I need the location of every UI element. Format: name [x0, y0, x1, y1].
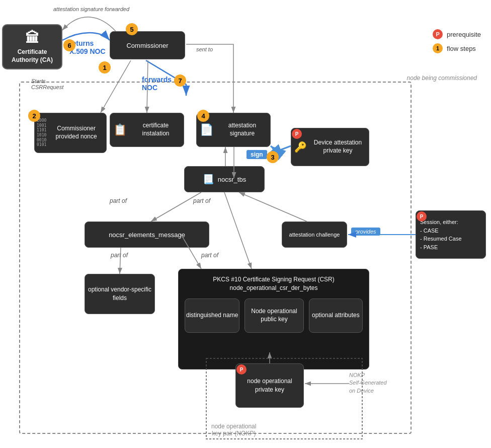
badge-1: 1	[99, 61, 111, 73]
key-icon: 🔑	[294, 141, 307, 153]
badge-3: 3	[267, 151, 279, 163]
pkcs10-inner-row: distinguished name Node operational publ…	[185, 298, 363, 333]
cert-install-box: 📋 certificate instalation	[110, 113, 184, 147]
nonce-label: Commissioner provided nonce	[48, 125, 104, 140]
badge-2: 2	[28, 110, 40, 122]
node-op-pubkey-box: Node operational public key	[244, 298, 303, 333]
ca-icon: 🏛	[25, 30, 39, 46]
badge-5: 5	[126, 23, 138, 35]
distinguished-name-box: distinguished name	[185, 298, 239, 333]
doc-icon: 📃	[203, 174, 214, 185]
cert-icon: 📋	[113, 123, 127, 136]
sent-to-label: sent to	[196, 46, 213, 52]
vendor-fields-box: optional vendor-specific fields	[85, 274, 155, 314]
region-label: node being commissioned	[407, 74, 477, 82]
part-of-3: part of	[111, 252, 128, 259]
optional-attrs-label: optional attributes	[312, 312, 360, 320]
node-op-pubkey-label: Node operational public key	[245, 308, 303, 323]
nocsr-tbs-box: 📃 nocsr_tbs	[184, 166, 265, 192]
legend-prerequisite: P prerequisite	[433, 29, 481, 39]
cert-install-label: certificate instalation	[131, 122, 181, 137]
nocsr-elements-label: nocsr_elements_message	[109, 231, 185, 239]
optional-attrs-box: optional attributes	[309, 298, 363, 333]
legend-flow-steps: 1 flow steps	[433, 43, 481, 53]
distinguished-name-label: distinguished name	[186, 312, 238, 320]
pkcs10-box: PKCS #10 Certificate Signing Request (CS…	[178, 269, 369, 369]
prereq-badge-3: P	[236, 364, 247, 375]
legend-flow-badge: 1	[433, 43, 443, 53]
session-label: Session, either:- CASE- Resumed Case- PA…	[420, 218, 462, 251]
ca-label: CertificateAuthority (CA)	[12, 48, 53, 64]
ca-box: 🏛 CertificateAuthority (CA)	[2, 24, 62, 69]
nonce-box: 100010011101101000100101 Commissioner pr…	[34, 113, 107, 153]
attestation-sig-label: attestation signature	[217, 122, 267, 137]
legend-flow-label: flow steps	[447, 45, 476, 52]
attest-challenge-label: attestation challenge	[289, 231, 340, 238]
prereq-badge-1: P	[292, 129, 302, 139]
pkcs10-label: PKCS #10 Certificate Signing Request (CS…	[185, 275, 363, 292]
node-op-privkey-label: node operational private key	[240, 377, 299, 394]
badge-6: 6	[63, 39, 75, 51]
legend-prerequisite-label: prerequisite	[447, 31, 481, 38]
part-of-2: part of	[193, 197, 210, 204]
forwards-label: forwardsNOC	[142, 76, 172, 92]
attestation-forwarded-label: attestation signature forwarded	[53, 6, 129, 12]
nokp-self-generated-label: NOKPSelf-Generatedon Device	[349, 371, 387, 395]
device-attest-label: Device attestation private key	[310, 139, 366, 155]
part-of-1: part of	[110, 197, 127, 204]
binary-data: 100010011101101000100101	[37, 118, 46, 147]
nocsr-elements-box: nocsr_elements_message	[85, 221, 209, 248]
commissioner-label: Commissioner	[126, 42, 168, 49]
forwards-noc-label: forwardsNOC	[142, 76, 172, 92]
legend: P prerequisite 1 flow steps	[433, 29, 481, 53]
vendor-fields-label: optional vendor-specific fields	[85, 285, 154, 303]
nokp-label: node operationalkey pair (NOKP)	[211, 423, 256, 437]
attest-sig-icon: 📄	[200, 123, 213, 136]
provides-label: provides	[351, 228, 380, 236]
legend-prereq-badge: P	[433, 29, 443, 39]
commissioner-box: Commissioner	[110, 31, 185, 59]
device-attest-box: 🔑 Device attestation private key	[291, 128, 369, 166]
attest-challenge-box: attestation challenge	[282, 221, 347, 248]
sign-label: sign	[247, 150, 267, 159]
starts-csr-label: StartsCSRRequest	[31, 78, 63, 90]
part-of-4: part of	[201, 252, 218, 259]
prereq-badge-2: P	[417, 211, 427, 221]
nocsr-tbs-label: nocsr_tbs	[218, 176, 246, 183]
badge-4: 4	[197, 110, 209, 122]
diagram-container: P prerequisite 1 flow steps node being c…	[0, 0, 491, 448]
badge-7: 7	[174, 74, 186, 87]
